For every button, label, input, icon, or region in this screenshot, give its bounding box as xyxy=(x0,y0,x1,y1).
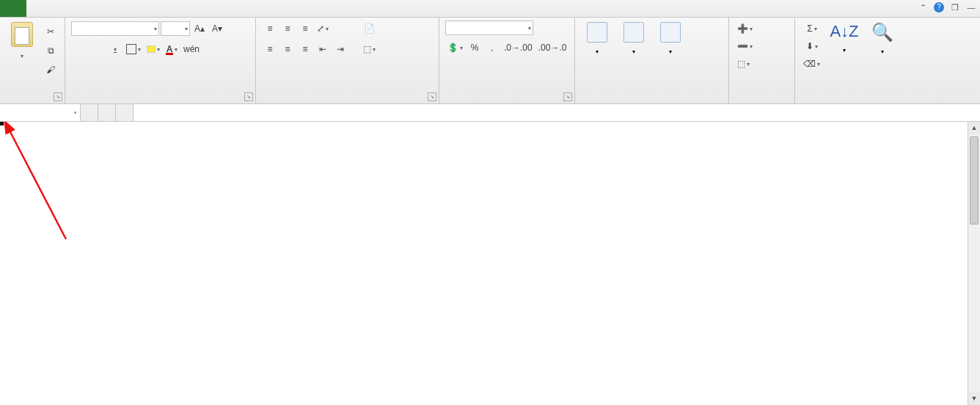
ribbon-tabs: ⌃ ? ❐ — xyxy=(0,0,980,18)
align-right-button[interactable]: ≡ xyxy=(297,41,313,57)
ribbon-group-styles: ▾ ▾ ▾ xyxy=(575,18,729,103)
insert-cells-button[interactable]: ➕ xyxy=(735,21,755,37)
vertical-scrollbar[interactable]: ▲ ▼ xyxy=(968,122,980,405)
increase-font-button[interactable]: A▴ xyxy=(191,21,208,37)
increase-decimal-button[interactable]: .0→.00 xyxy=(502,40,535,56)
sort-filter-button[interactable]: A↓Z ▾ xyxy=(827,21,861,55)
scroll-thumb[interactable] xyxy=(970,136,979,225)
paste-button[interactable]: ▾ xyxy=(6,21,38,61)
group-label xyxy=(801,101,921,103)
cell-styles-button[interactable]: ▾ xyxy=(654,21,687,56)
ribbon-group-editing: Σ ⬇ ⌫ A↓Z ▾ 🔍 ▾ xyxy=(795,18,927,103)
format-painter-button[interactable]: 🖌 xyxy=(43,62,59,78)
merge-center-button[interactable]: ⬚ xyxy=(359,41,380,57)
formula-cancel-button[interactable] xyxy=(81,104,98,121)
help-icon[interactable]: ? xyxy=(933,1,945,13)
table-format-icon xyxy=(624,22,644,43)
align-middle-button[interactable]: ≡ xyxy=(279,21,296,37)
decrease-indent-button[interactable]: ⇤ xyxy=(315,41,331,57)
align-left-button[interactable]: ≡ xyxy=(262,41,278,57)
align-center-button[interactable]: ≡ xyxy=(279,41,296,57)
ribbon-collapse-icon[interactable]: ⌃ xyxy=(917,1,929,13)
annotation-arrow xyxy=(0,122,88,247)
dialog-launcher[interactable]: ↘ xyxy=(563,92,572,101)
group-label xyxy=(71,101,249,103)
window-restore-icon[interactable]: ❐ xyxy=(949,1,961,13)
percent-button[interactable]: % xyxy=(467,40,483,56)
group-label xyxy=(6,101,59,103)
file-tab[interactable] xyxy=(0,0,26,17)
svg-line-0 xyxy=(9,129,66,239)
insert-function-button[interactable] xyxy=(116,104,134,121)
formula-enter-button[interactable] xyxy=(98,104,116,121)
ribbon: ▾ ✂ ⧉ 🖌 ↘ A▴ A▾ A xyxy=(0,18,980,104)
autosum-button[interactable]: Σ xyxy=(801,21,822,37)
align-bottom-button[interactable]: ≡ xyxy=(297,21,313,37)
formula-bar xyxy=(0,104,980,122)
cut-button[interactable]: ✂ xyxy=(43,23,59,40)
italic-button[interactable] xyxy=(89,41,105,57)
dialog-launcher[interactable]: ↘ xyxy=(428,92,436,101)
window-controls: ⌃ ? ❐ — xyxy=(917,1,977,13)
increase-indent-button[interactable]: ⇥ xyxy=(332,41,348,57)
format-cells-button[interactable]: ⬚ xyxy=(735,56,752,72)
cell-styles-icon xyxy=(660,22,681,43)
orientation-button[interactable]: ⤢ xyxy=(315,21,331,37)
ribbon-group-clipboard: ▾ ✂ ⧉ 🖌 ↘ xyxy=(0,18,65,103)
worksheet-grid[interactable]: ▲ ▼ xyxy=(0,122,980,405)
ribbon-group-font: A▴ A▾ A wén ↘ xyxy=(65,18,256,103)
ribbon-group-number: 💲 % , .0→.00 .00→.0 ↘ xyxy=(439,18,575,103)
dialog-launcher[interactable]: ↘ xyxy=(244,92,253,101)
group-label xyxy=(262,101,433,103)
decrease-decimal-button[interactable]: .00→.0 xyxy=(536,40,569,56)
clipboard-icon xyxy=(11,22,33,47)
group-label xyxy=(581,101,723,103)
active-cell-outline xyxy=(0,122,3,125)
conditional-formatting-button[interactable]: ▾ xyxy=(581,21,613,56)
scroll-up-icon[interactable]: ▲ xyxy=(968,122,980,134)
window-minimize-icon[interactable]: — xyxy=(965,1,977,13)
bold-button[interactable] xyxy=(71,41,87,57)
copy-button[interactable]: ⧉ xyxy=(43,43,59,59)
sort-icon: A↓Z xyxy=(830,22,858,41)
accounting-format-button[interactable]: 💲 xyxy=(445,40,465,56)
ribbon-group-cells: ➕ ➖ ⬚ xyxy=(729,18,795,103)
binoculars-icon: 🔍 xyxy=(871,22,893,43)
decrease-font-button[interactable]: A▾ xyxy=(209,21,225,37)
underline-button[interactable] xyxy=(106,41,122,57)
ribbon-group-alignment: ≡ ≡ ≡ ⤢ ≡ ≡ ≡ ⇤ ⇥ 📄 ⬚ ↘ xyxy=(256,18,439,103)
number-format-combo[interactable] xyxy=(445,21,533,35)
fill-button[interactable]: ⬇ xyxy=(801,38,822,54)
group-label xyxy=(445,101,568,103)
group-label xyxy=(735,101,789,103)
font-size-combo[interactable] xyxy=(161,21,190,36)
formula-input[interactable] xyxy=(134,104,980,121)
comma-button[interactable]: , xyxy=(484,40,500,56)
find-select-button[interactable]: 🔍 ▾ xyxy=(866,21,899,56)
name-box[interactable] xyxy=(0,104,81,121)
phonetic-button[interactable]: wén xyxy=(181,41,202,57)
cond-format-icon xyxy=(587,22,607,43)
border-button[interactable] xyxy=(124,41,143,57)
scroll-down-icon[interactable]: ▼ xyxy=(968,393,980,405)
dialog-launcher[interactable]: ↘ xyxy=(54,92,62,101)
fill-color-button[interactable] xyxy=(145,41,162,57)
format-as-table-button[interactable]: ▾ xyxy=(618,21,650,56)
font-color-button[interactable]: A xyxy=(164,41,180,57)
wrap-text-button[interactable]: 📄 xyxy=(359,21,380,37)
align-top-button[interactable]: ≡ xyxy=(262,21,278,37)
clear-button[interactable]: ⌫ xyxy=(801,56,822,72)
font-name-combo[interactable] xyxy=(71,21,159,36)
delete-cells-button[interactable]: ➖ xyxy=(735,38,755,54)
